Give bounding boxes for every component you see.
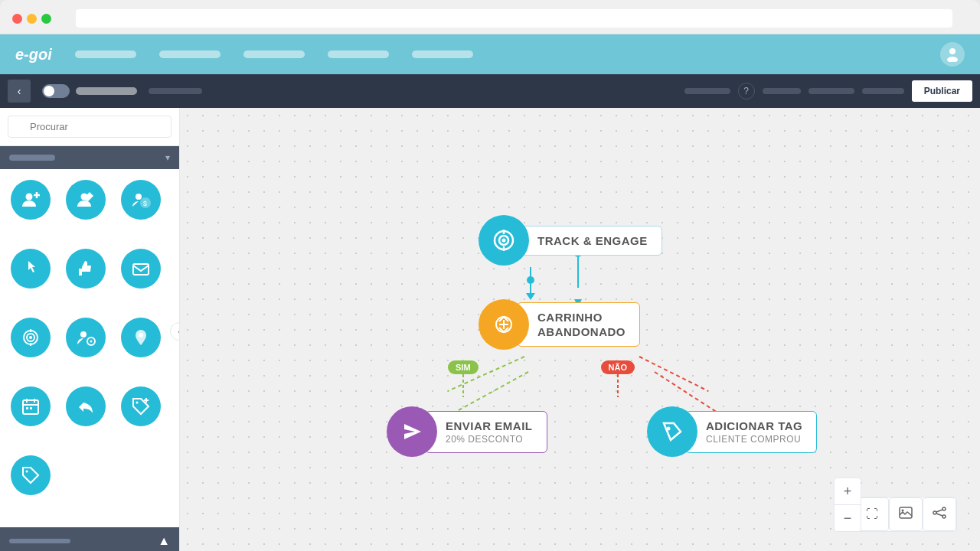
thumbs-up-icon[interactable] bbox=[66, 249, 106, 289]
add-contact-icon[interactable] bbox=[11, 180, 51, 220]
carrinho-icon bbox=[479, 299, 529, 350]
secondary-nav-item-4[interactable] bbox=[808, 88, 854, 94]
sidebar-section-header[interactable]: ▾ bbox=[0, 146, 179, 169]
person-settings-icon[interactable] bbox=[66, 318, 106, 357]
target-icon[interactable] bbox=[11, 318, 51, 357]
app-wrapper: e-goi ‹ ? bbox=[0, 34, 980, 551]
address-bar[interactable] bbox=[76, 9, 952, 28]
svg-point-1 bbox=[947, 57, 958, 62]
email-icon[interactable] bbox=[121, 249, 161, 289]
location-icon[interactable] bbox=[121, 318, 161, 357]
reply-icon[interactable] bbox=[66, 386, 106, 426]
track-engage-node[interactable]: TRACK & ENGAGE bbox=[479, 215, 662, 266]
node-enviar-email[interactable]: ENVIAR EMAIL 20% DESCONTO bbox=[387, 406, 547, 457]
svg-line-53 bbox=[936, 510, 942, 512]
nav-item-1[interactable] bbox=[75, 51, 136, 58]
svg-point-0 bbox=[949, 48, 956, 54]
secondary-nav-item-2[interactable] bbox=[684, 88, 730, 94]
nav-item-2[interactable] bbox=[159, 51, 220, 58]
nav-item-3[interactable] bbox=[243, 51, 305, 58]
click-action-icon[interactable] bbox=[11, 249, 51, 289]
enviar-email-icon bbox=[387, 406, 437, 457]
secondary-nav-item-3[interactable] bbox=[763, 88, 801, 94]
traffic-lights bbox=[12, 14, 51, 24]
svg-point-2 bbox=[26, 194, 33, 201]
top-nav: e-goi bbox=[0, 34, 980, 74]
toggle-control[interactable] bbox=[42, 84, 70, 98]
carrinho-node[interactable]: CARRINHO ABANDONADO bbox=[479, 299, 640, 350]
adicionar-tag-text-2: CLIENTE COMPROU bbox=[706, 434, 802, 445]
close-button[interactable] bbox=[12, 14, 22, 24]
publish-button[interactable]: Publicar bbox=[912, 80, 972, 102]
collapse-sidebar-button[interactable]: ▲ bbox=[158, 534, 170, 548]
main-content: 🔍 ▾ bbox=[0, 108, 980, 551]
svg-point-28 bbox=[26, 471, 28, 473]
share-icon bbox=[933, 507, 946, 522]
svg-rect-9 bbox=[133, 264, 149, 275]
secondary-nav-right: ? Publicar bbox=[684, 80, 972, 102]
enviar-email-label-multi: ENVIAR EMAIL 20% DESCONTO bbox=[446, 419, 533, 445]
canvas-toolbar: ⛶ bbox=[854, 497, 957, 532]
back-button[interactable]: ‹ bbox=[8, 80, 31, 103]
edit-contact-icon[interactable] bbox=[66, 180, 106, 220]
search-box: 🔍 bbox=[0, 108, 179, 146]
carrinho-label-multi: CARRINHO ABANDONADO bbox=[537, 311, 626, 338]
chevron-left-icon: ‹ bbox=[18, 85, 21, 97]
adicionar-tag-icon bbox=[647, 406, 697, 457]
section-label bbox=[9, 155, 55, 161]
track-engage-label: TRACK & ENGAGE bbox=[517, 226, 662, 256]
help-button[interactable]: ? bbox=[738, 83, 755, 99]
fit-icon: ⛶ bbox=[866, 507, 878, 521]
calendar-icon[interactable] bbox=[11, 386, 51, 426]
secondary-nav-item-1[interactable] bbox=[149, 88, 202, 94]
adicionar-tag-label: ADICIONAR TAG CLIENTE COMPROU bbox=[685, 411, 817, 453]
svg-point-15 bbox=[80, 331, 87, 337]
nav-items bbox=[75, 51, 917, 58]
secondary-nav-item-5[interactable] bbox=[862, 88, 904, 94]
zoom-out-button[interactable]: − bbox=[835, 505, 861, 531]
sidebar: 🔍 ▾ bbox=[0, 108, 180, 551]
image-button[interactable] bbox=[889, 497, 923, 531]
icon-grid: $ bbox=[0, 169, 179, 527]
add-tag-icon[interactable] bbox=[121, 386, 161, 426]
adicionar-tag-node[interactable]: ADICIONAR TAG CLIENTE COMPROU bbox=[647, 406, 817, 457]
contact-money-icon[interactable]: $ bbox=[121, 180, 161, 220]
canvas-area[interactable]: TRACK & ENGAGE bbox=[180, 108, 980, 551]
svg-marker-46 bbox=[404, 424, 421, 439]
node-carrinho[interactable]: CARRINHO ABANDONADO bbox=[479, 299, 640, 350]
svg-point-25 bbox=[136, 402, 139, 404]
svg-line-54 bbox=[936, 514, 942, 516]
svg-text:$: $ bbox=[143, 200, 147, 207]
svg-point-6 bbox=[136, 194, 142, 200]
svg-point-52 bbox=[942, 515, 946, 518]
minimize-button[interactable] bbox=[27, 14, 37, 24]
svg-point-51 bbox=[942, 507, 946, 510]
logo: e-goi bbox=[15, 46, 52, 64]
adicionar-tag-label-multi: ADICIONAR TAG CLIENTE COMPROU bbox=[706, 419, 802, 445]
carrinho-text-1: CARRINHO bbox=[537, 311, 626, 324]
carrinho-label: CARRINHO ABANDONADO bbox=[517, 302, 640, 347]
svg-point-36 bbox=[502, 239, 506, 243]
svg-rect-23 bbox=[26, 407, 28, 409]
question-mark-icon: ? bbox=[743, 86, 749, 96]
zoom-in-button[interactable]: + bbox=[835, 478, 861, 504]
minus-icon: − bbox=[844, 510, 852, 527]
node-track-engage[interactable]: TRACK & ENGAGE bbox=[479, 215, 662, 266]
toggle-switch[interactable] bbox=[42, 84, 137, 98]
tag-icon[interactable] bbox=[11, 455, 51, 495]
maximize-button[interactable] bbox=[41, 14, 51, 24]
connector-1 bbox=[526, 267, 535, 300]
search-wrapper: 🔍 bbox=[8, 116, 172, 138]
nav-item-5[interactable] bbox=[412, 51, 473, 58]
enviar-email-text-2: 20% DESCONTO bbox=[446, 434, 533, 445]
secondary-nav: ‹ ? Publicar bbox=[0, 74, 980, 108]
enviar-email-node[interactable]: ENVIAR EMAIL 20% DESCONTO bbox=[387, 406, 547, 457]
image-icon bbox=[899, 507, 913, 522]
nav-item-4[interactable] bbox=[328, 51, 389, 58]
search-input[interactable] bbox=[8, 116, 172, 138]
node-adicionar-tag[interactable]: ADICIONAR TAG CLIENTE COMPROU bbox=[647, 406, 817, 457]
avatar[interactable] bbox=[940, 42, 965, 67]
adicionar-tag-text-1: ADICIONAR TAG bbox=[706, 419, 802, 432]
share-button[interactable] bbox=[923, 497, 956, 531]
chevron-down-icon: ▾ bbox=[165, 152, 170, 163]
